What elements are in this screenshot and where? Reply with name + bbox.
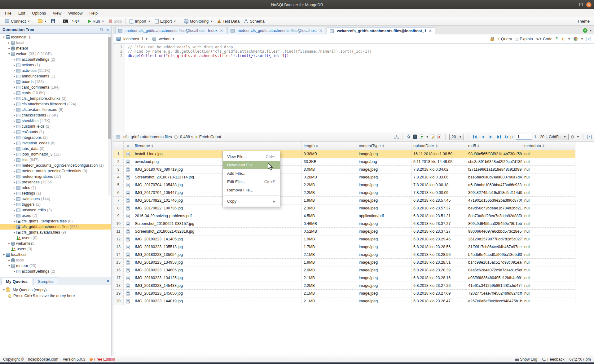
row-preview-cell[interactable] <box>124 150 133 158</box>
export-button[interactable]: ↑ Export▼ <box>153 18 178 24</box>
row-preview-cell[interactable] <box>124 197 133 204</box>
page-size-select[interactable]: 20 ▼ <box>449 134 464 140</box>
column-header-preview[interactable] <box>124 142 133 150</box>
minimize-button[interactable]: – <box>574 3 576 7</box>
preview-file-icon[interactable] <box>126 229 130 234</box>
expand-arrow-icon[interactable]: ▸ <box>12 175 16 178</box>
save-button[interactable] <box>49 19 57 24</box>
tree-item[interactable]: ▸announcements(1) <box>0 73 111 79</box>
column-header-metadata[interactable]: metadata <box>522 142 575 150</box>
tree-item[interactable]: ▸customFields(2) <box>0 124 111 129</box>
last-page-button[interactable] <box>496 135 502 139</box>
expand-arrow-icon[interactable]: ▸ <box>12 136 16 139</box>
row-preview-cell[interactable] <box>124 259 133 266</box>
tree-item[interactable]: ▸unsaved-edits(3) <box>0 207 111 213</box>
preview-file-icon[interactable] <box>126 191 130 195</box>
expand-arrow-icon[interactable]: ▾ <box>2 36 6 39</box>
star-icon[interactable]: ★ <box>561 37 565 42</box>
table-row[interactable]: 92016-04-29-solving-problems.pdf4.5MBapp… <box>113 212 575 220</box>
tree-item[interactable]: ▸triggers(1) <box>0 202 111 207</box>
result-schema-icon[interactable] <box>394 135 399 139</box>
table-row[interactable]: 6IMG_20170704_105447.jpg2.2MBimage/jpeg7… <box>113 189 575 197</box>
table-row[interactable]: 3IMG_20180709_080719.jpg3.0MBimage/jpeg7… <box>113 166 575 173</box>
tree-item[interactable]: ▾meteor(23) <box>0 263 111 269</box>
preview-file-icon[interactable] <box>126 214 130 218</box>
document-tab[interactable]: wekan:cfs_gridfs.attachments.files@local… <box>327 27 435 34</box>
gear-icon[interactable]: ⚙ <box>571 134 575 139</box>
row-preview-cell[interactable] <box>124 181 133 189</box>
tree-item[interactable]: ▸cards(10.8K) <box>0 90 111 96</box>
sort-icon[interactable] <box>543 144 544 147</box>
table-row[interactable]: 19IMG_20180223_145650.jpg2.1MBimage/jpeg… <box>113 290 575 297</box>
tree-item[interactable]: ▸rules(1) <box>0 185 111 191</box>
row-preview-cell[interactable] <box>124 228 133 235</box>
expand-arrow-icon[interactable]: ▸ <box>12 125 16 128</box>
preview-file-icon[interactable] <box>126 221 130 226</box>
expand-arrow-icon[interactable]: ▸ <box>12 103 16 106</box>
tree-item[interactable]: ▸presences(33.6K) <box>0 179 111 185</box>
add-document-chevron-icon[interactable]: ▼ <box>426 135 429 138</box>
view-mode-select[interactable]: GridFs ▼ <box>547 134 568 140</box>
sort-icon[interactable] <box>127 144 129 147</box>
preview-file-icon[interactable] <box>126 183 130 187</box>
expand-arrow-icon[interactable]: ▸ <box>12 158 16 161</box>
tree-item[interactable]: ▸cfs_gridfs._tempstore.files(0) <box>0 218 111 224</box>
import-button[interactable]: ↓ Import▼ <box>127 18 153 24</box>
menu-item-file[interactable]: File <box>2 10 15 16</box>
expand-arrow-icon[interactable]: ▸ <box>12 75 16 78</box>
open-file-button[interactable]: ▼ <box>36 19 49 24</box>
expand-arrow-icon[interactable]: ▸ <box>12 164 16 167</box>
table-row[interactable]: 18IMG_20180223_145438.jpg2.2MBimage/jpeg… <box>113 282 575 290</box>
new-favorite-icon[interactable]: * <box>556 37 558 41</box>
row-preview-cell[interactable] <box>124 220 133 228</box>
table-row[interactable]: 20IMG_20180223_144019.jpg2.1MBimage/jpeg… <box>113 297 575 305</box>
tree-item[interactable]: ▸invitation_codes(6) <box>0 140 111 146</box>
tree-item[interactable]: ▸boards(138) <box>0 79 111 85</box>
next-page-button[interactable] <box>488 135 494 139</box>
expand-arrow-icon[interactable]: ▸ <box>12 64 16 67</box>
tree-item[interactable]: ▸card_comments(194) <box>0 85 111 90</box>
tree-item[interactable]: ▸accountSettings(2) <box>0 269 111 274</box>
expand-arrow-icon[interactable]: ▾ <box>7 264 11 267</box>
tree-item[interactable]: users(0) <box>0 235 111 241</box>
expand-arrow-icon[interactable]: ▸ <box>12 181 16 184</box>
database-selector[interactable]: wekan ▼ <box>152 37 175 41</box>
tree-item[interactable]: ▸actions(1) <box>0 62 111 68</box>
expand-arrow-icon[interactable]: ▸ <box>12 203 16 206</box>
column-header-uploadDate[interactable]: uploadDate <box>411 142 466 150</box>
query-editor[interactable]: 123 // Files can be added easily with dr… <box>113 44 594 132</box>
preview-file-icon[interactable] <box>126 175 130 180</box>
sql-button[interactable]: SQL <box>70 18 82 24</box>
edition-badge[interactable]: Free Edition <box>90 357 115 362</box>
column-header-md5[interactable]: md5 <box>466 142 522 150</box>
close-button[interactable]: ✕ <box>586 2 592 7</box>
expand-arrow-icon[interactable]: ▸ <box>7 47 11 50</box>
table-row[interactable]: 2owncloud.png33.3KBimage/png5.11.2018 kl… <box>113 158 575 166</box>
table-row[interactable]: 16IMG_20180223_134605.jpg2.0MBimage/jpeg… <box>113 266 575 274</box>
expand-arrow-icon[interactable]: ▸ <box>12 153 16 156</box>
document-tab[interactable]: meteor:cfs_gridfs.attachments.files@loca… <box>115 27 226 34</box>
preview-file-icon[interactable] <box>126 152 130 156</box>
context-menu-item-remove-file[interactable]: Remove File... <box>223 186 280 194</box>
schema-button[interactable]: Schema <box>242 18 267 24</box>
sort-icon[interactable] <box>477 144 479 147</box>
scrollbar-thumb[interactable] <box>108 37 111 139</box>
expand-results-icon[interactable]: ↗ <box>587 135 592 139</box>
test-data-button[interactable]: Test Data <box>215 18 242 24</box>
shell-button[interactable]: >_ <box>61 19 70 24</box>
code-button[interactable]: </> Code <box>536 37 552 41</box>
expand-arrow-icon[interactable]: ▸ <box>12 91 16 94</box>
search-icon[interactable] <box>100 28 104 32</box>
table-row[interactable]: 4Screenshot_20180710-113714.jpg0.28MBima… <box>113 173 575 181</box>
tree-item[interactable]: ▸jobs_data(0) <box>0 146 111 151</box>
preview-file-icon[interactable] <box>126 252 130 257</box>
feedback-button[interactable]: Feedback <box>542 357 565 362</box>
tree-item[interactable]: ▸cfs.attachments.filerecord(224) <box>0 101 111 107</box>
row-preview-cell[interactable] <box>124 235 133 243</box>
table-row[interactable]: 12IMG_20180223_141405.jpg1.9MBimage/jpeg… <box>113 235 575 243</box>
expand-arrow-icon[interactable]: ▸ <box>12 147 16 150</box>
preview-file-icon[interactable] <box>126 206 130 211</box>
table-row[interactable]: 17IMG_20180223_134125.jpg2.1MBimage/jpeg… <box>113 274 575 282</box>
tree-item[interactable]: ▸cfs_gridfs.attachments.files(222) <box>0 224 111 230</box>
maximize-button[interactable] <box>579 3 583 6</box>
